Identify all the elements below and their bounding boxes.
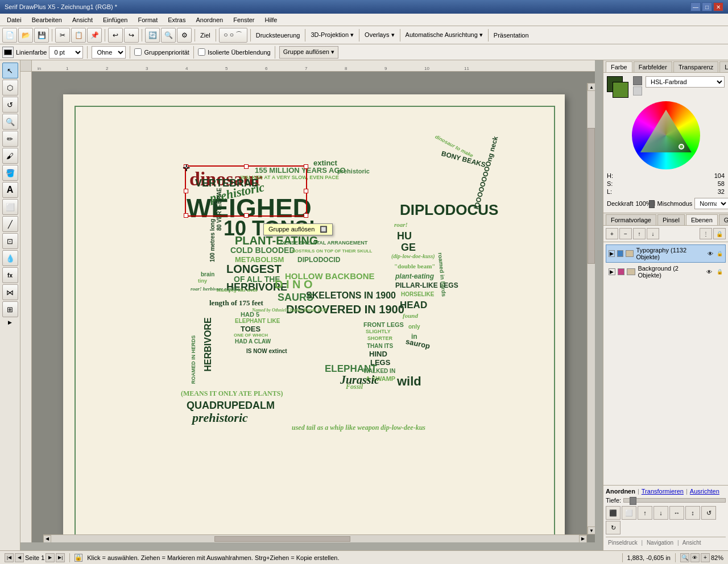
zoom-button[interactable]: 🔍 [161,28,176,43]
connector-tool[interactable]: ⊞ [2,301,18,317]
tab-ausrichten[interactable]: Ausrichten [690,488,719,495]
horizontal-scrollbar[interactable]: ◀ ▶ [43,534,587,542]
page-content[interactable]: WEIGHED 10 TONS! dinosaur prehistoric VE… [75,106,555,540]
menu-einfuegen[interactable]: Einfügen [98,15,132,24]
fill-tool[interactable]: 🪣 [2,165,18,181]
tab-formatvorlage[interactable]: Formatvorlage [606,214,656,225]
praesentation-label[interactable]: Präsentation [491,32,531,39]
drucksteuerung-label[interactable]: Drucksteuerung [254,32,303,39]
menu-fenster[interactable]: Fenster [229,15,259,24]
layer-expand-1[interactable]: ▶ [609,250,615,257]
rotate-button[interactable]: 🔄 [145,28,160,43]
circle-tool[interactable]: ○ ○ ⌒ [219,28,247,43]
crop-tool[interactable]: ⊡ [2,233,18,249]
undo-button[interactable]: ↩ [108,28,123,43]
layer-lock-1[interactable]: 🔒 [717,250,723,257]
layer-typography[interactable]: ▶ Typography (1132 Objekte) 👁 🔒 [606,244,726,263]
delete-layer-button[interactable]: − [619,228,632,239]
layer-lock-2[interactable]: 🔒 [716,268,723,275]
color-wheel[interactable] [632,101,700,169]
close-button[interactable]: ✕ [713,2,723,11]
zoom-view-button[interactable]: 👁 [690,553,700,562]
gruppe-aufloesen-button[interactable]: Gruppe auflösen ▾ [279,46,338,59]
rotate-tool[interactable]: ↺ [2,97,18,113]
text-tool[interactable]: A [2,182,18,198]
rotate-90-button[interactable]: ↺ [701,506,716,520]
menu-datei[interactable]: Datei [2,15,26,24]
flip-v-button[interactable]: ↕ [685,506,700,520]
color-wheel-indicator[interactable] [679,144,684,150]
scroll-up-button[interactable]: ▲ [588,83,595,91]
last-page-button[interactable]: ▶| [56,553,65,562]
bring-to-front-button[interactable]: ⬛ [606,506,621,520]
opacity-handle[interactable] [649,200,655,208]
depth-handle[interactable] [630,497,636,505]
copy-button[interactable]: 📋 [71,28,86,43]
open-button[interactable]: 📂 [18,28,33,43]
background-color-swatch[interactable] [613,82,628,98]
tab-farbfelder[interactable]: Farbfelder [634,61,672,72]
layer-options-button[interactable]: ⋮ [700,228,712,239]
3d-proj-label[interactable]: 3D-Projektion ▾ [308,31,356,39]
new-button[interactable]: 📄 [2,28,17,43]
layer-background[interactable]: ▶ Background (2 Objekte) 👁 🔒 [606,263,726,281]
color-mode-dropdown[interactable]: HSL-Farbrad RGB CMYK [646,76,725,88]
menu-extras[interactable]: Extras [163,15,190,24]
overlays-label[interactable]: Overlays ▾ [362,31,396,39]
dino-word-art[interactable]: WEIGHED 10 TONS! dinosaur prehistoric VE… [81,113,548,533]
scroll-right-button[interactable]: ▶ [579,535,587,543]
line-color-picker[interactable] [2,47,14,58]
depth-slider[interactable] [623,498,726,503]
blend-tool[interactable]: ⋈ [2,284,18,300]
prev-page-button[interactable]: ◀ [15,553,24,562]
fx-tool[interactable]: fx [2,267,18,283]
select-tool[interactable]: ↖ [2,63,18,78]
layer-eye-1[interactable]: 👁 [706,250,714,257]
menu-anordnen[interactable]: Anordnen [191,15,228,24]
eyedropper-tool[interactable]: 💧 [2,250,18,266]
vertical-scrollbar[interactable]: ▲ ▼ [587,83,595,534]
canvas-wrapper[interactable]: WEIGHED 10 TONS! dinosaur prehistoric VE… [32,72,595,542]
shape-tool[interactable]: ⬜ [2,199,18,215]
tab-linie[interactable]: Linie [719,61,728,72]
menu-ansicht[interactable]: Ansicht [68,15,97,24]
node-tool[interactable]: ⬡ [2,80,18,96]
pen-tool[interactable]: ✏ [2,131,18,147]
tab-transformieren[interactable]: Transformieren [642,488,684,495]
zoom-canvas-tool[interactable]: 🔍 [2,114,18,130]
send-to-back-button[interactable]: ⬜ [622,506,636,520]
scroll-left-button[interactable]: ◀ [43,535,51,543]
move-layer-down-button[interactable]: ↓ [647,228,659,239]
edit-bg-button[interactable] [633,86,642,96]
tab-anordnen[interactable]: Anordnen [606,488,635,495]
tab-farbe[interactable]: Farbe [606,61,632,72]
paste-button[interactable]: 📌 [87,28,102,43]
add-layer-button[interactable]: + [606,228,618,239]
minimize-button[interactable]: — [690,2,701,11]
send-backward-button[interactable]: ↓ [653,506,668,520]
ohne-dropdown[interactable]: Ohne [92,46,126,59]
menu-hilfe[interactable]: Hilfe [260,15,282,24]
window-controls[interactable]: — □ ✕ [690,2,723,11]
tab-ebenen[interactable]: Ebenen [686,214,718,225]
isolierte-checkbox[interactable] [198,48,205,56]
rotate-180-button[interactable]: ↻ [606,521,621,534]
layer-lock-button[interactable]: 🔒 [713,228,726,239]
opacity-slider[interactable] [654,201,655,206]
save-button[interactable]: 💾 [34,28,49,43]
gruppenprioritat-checkbox[interactable] [134,48,142,56]
tab-galerie[interactable]: Galerie [719,214,728,225]
scroll-down-button[interactable]: ▼ [588,526,595,534]
bring-forward-button[interactable]: ↑ [638,506,652,520]
menu-format[interactable]: Format [133,15,162,24]
first-page-button[interactable]: |◀ [5,553,14,562]
zoom-in-button[interactable]: + [701,553,710,562]
blend-mode-dropdown[interactable]: Normal Multiply Screen [694,198,728,209]
pt-dropdown[interactable]: 0 pt1 pt2 pt [49,46,83,59]
layer-expand-2[interactable]: ▶ [609,268,615,275]
hscroll-thumb[interactable] [214,536,350,542]
canvas-area[interactable]: in 1 2 3 4 5 6 7 8 9 10 11 1 2 3 4 5 [20,60,603,550]
vscroll-thumb[interactable] [588,128,595,263]
brush-tool[interactable]: 🖌 [2,148,18,164]
menu-bearbeiten[interactable]: Bearbeiten [27,15,67,24]
